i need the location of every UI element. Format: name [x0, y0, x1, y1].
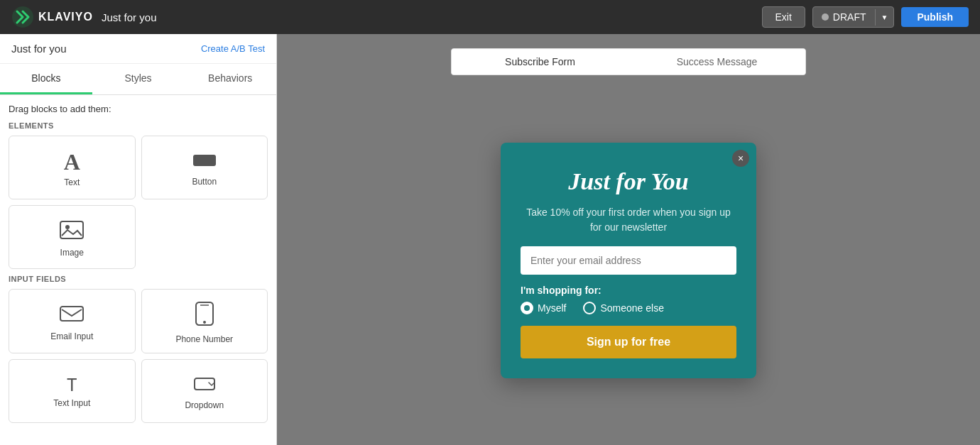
radio-someone-else[interactable]: Someone else: [583, 302, 664, 314]
sidebar: Just for you Create A/B Test Blocks Styl…: [0, 34, 277, 445]
modal-radio-section: I'm shopping for: Myself Someone else: [521, 285, 736, 314]
nav-left: KLAVIYO Just for you: [11, 6, 156, 28]
main-layout: Just for you Create A/B Test Blocks Styl…: [0, 34, 980, 445]
sidebar-content: Drag blocks to add them: ELEMENTS A Text…: [0, 95, 276, 445]
text-block-label: Text: [64, 177, 80, 187]
subscribe-form-tab[interactable]: Subscribe Form: [452, 49, 628, 75]
nav-right: Exit DRAFT ▼ Publish: [762, 6, 969, 28]
email-input-icon: [59, 304, 85, 327]
block-text-input[interactable]: T Text Input: [9, 359, 136, 423]
canvas-area: Subscribe Form Success Message × Just fo…: [277, 34, 980, 445]
tab-styles[interactable]: Styles: [92, 64, 185, 94]
radio-options: Myself Someone else: [521, 302, 736, 314]
phone-number-label: Phone Number: [175, 334, 233, 344]
draft-label: DRAFT: [813, 7, 875, 27]
block-image[interactable]: Image: [9, 205, 136, 269]
sidebar-header: Just for you Create A/B Test: [0, 34, 276, 64]
elements-label: ELEMENTS: [9, 121, 268, 130]
create-ab-test-link[interactable]: Create A/B Test: [201, 43, 265, 54]
block-email-input[interactable]: Email Input: [9, 289, 136, 353]
modal-title: Just for You: [521, 168, 736, 195]
klaviyo-logo: KLAVIYO: [11, 6, 93, 28]
text-input-icon: T: [67, 377, 77, 394]
draft-dropdown[interactable]: DRAFT ▼: [812, 6, 895, 28]
svg-point-3: [65, 225, 70, 229]
email-input-label: Email Input: [50, 331, 93, 341]
dropdown-label: Dropdown: [185, 400, 224, 410]
tabs: Blocks Styles Behaviors: [0, 64, 276, 95]
draft-dot-icon: [822, 13, 829, 21]
radio-someone-else-circle: [583, 302, 596, 314]
modal-description: Take 10% off your first order when you s…: [521, 205, 736, 235]
phone-number-icon: [195, 301, 214, 330]
success-message-tab[interactable]: Success Message: [628, 49, 805, 75]
radio-myself-label: Myself: [538, 302, 566, 314]
button-block-label: Button: [192, 177, 217, 187]
dropdown-icon: [193, 375, 216, 396]
block-phone-number[interactable]: Phone Number: [141, 289, 268, 353]
input-fields-grid: Email Input Phone Number T Text Input: [9, 289, 268, 423]
svg-rect-1: [193, 155, 216, 166]
modal-close-button[interactable]: ×: [732, 150, 749, 167]
block-button[interactable]: Button: [141, 136, 268, 199]
draft-dropdown-arrow-icon[interactable]: ▼: [875, 9, 894, 26]
radio-myself[interactable]: Myself: [521, 302, 566, 314]
exit-button[interactable]: Exit: [762, 6, 805, 28]
radio-myself-circle: [521, 302, 533, 314]
tab-blocks[interactable]: Blocks: [0, 64, 92, 94]
brand-name: KLAVIYO: [38, 11, 93, 23]
image-block-icon: [59, 220, 85, 243]
tab-behaviors[interactable]: Behaviors: [184, 64, 276, 94]
svg-point-5: [203, 321, 206, 324]
modal-wrapper: × Just for You Take 10% off your first o…: [277, 75, 980, 445]
button-block-icon: [192, 152, 217, 172]
svg-rect-7: [195, 378, 214, 390]
sidebar-title: Just for you: [11, 43, 67, 55]
top-nav: KLAVIYO Just for you Exit DRAFT ▼ Publis…: [0, 0, 980, 34]
block-dropdown[interactable]: Dropdown: [141, 359, 268, 423]
form-toggle-bar: Subscribe Form Success Message: [451, 48, 806, 75]
modal-close-icon: ×: [738, 153, 744, 164]
image-block-label: Image: [60, 248, 84, 258]
text-block-icon: A: [64, 150, 80, 173]
svg-rect-2: [60, 221, 83, 238]
elements-grid: A Text Button Image: [9, 136, 268, 269]
klaviyo-logo-icon: [11, 6, 34, 28]
modal-preview: × Just for You Take 10% off your first o…: [501, 143, 756, 378]
modal-email-input[interactable]: [521, 246, 736, 275]
radio-someone-else-label: Someone else: [600, 302, 664, 314]
input-fields-label: INPUT FIELDS: [9, 275, 268, 283]
text-input-label: Text Input: [53, 398, 90, 408]
block-text[interactable]: A Text: [9, 136, 136, 199]
modal-cta-button[interactable]: Sign up for free: [521, 326, 736, 358]
modal-radio-label: I'm shopping for:: [521, 285, 736, 296]
nav-page-title: Just for you: [102, 11, 157, 23]
drag-hint: Drag blocks to add them:: [9, 104, 268, 114]
publish-button[interactable]: Publish: [901, 7, 969, 27]
svg-rect-4: [60, 307, 83, 321]
